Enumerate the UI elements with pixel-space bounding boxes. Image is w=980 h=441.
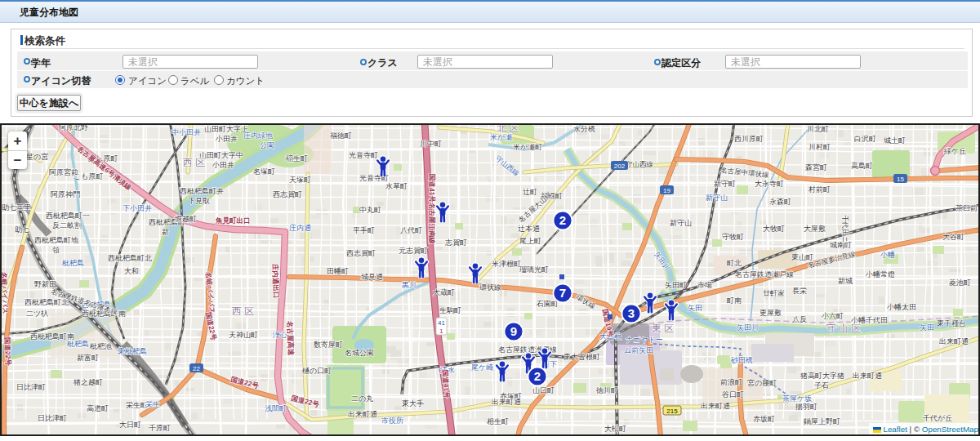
svg-text:こも原町: こも原町 [74, 172, 103, 180]
svg-text:天神山町: 天神山町 [229, 331, 258, 339]
svg-text:ナゴヤドー: ナゴヤドー [626, 336, 663, 344]
svg-text:小田井: 小田井 [212, 161, 234, 169]
svg-text:小六町: 小六町 [821, 312, 844, 320]
svg-text:稲生町: 稲生町 [286, 154, 308, 163]
svg-text:大永寺町: 大永寺町 [755, 180, 784, 188]
svg-text:22: 22 [193, 365, 200, 372]
svg-text:川北町: 川北町 [807, 125, 829, 133]
svg-text:中丸町: 中丸町 [359, 206, 381, 214]
svg-text:庄内通出口: 庄内通出口 [271, 263, 281, 299]
svg-text:猪高町大字猪: 猪高町大字猪 [800, 372, 844, 380]
svg-text:下小田井: 下小田井 [122, 204, 152, 212]
svg-text:1: 1 [439, 327, 443, 335]
svg-text:数寄屋町: 数寄屋町 [314, 341, 343, 349]
svg-text:東大曽根町: 東大曽根町 [564, 353, 600, 361]
svg-text:大蔵町: 大蔵町 [433, 288, 455, 296]
svg-text:谷口町: 谷口町 [722, 390, 744, 399]
svg-text:守牧町: 守牧町 [722, 233, 744, 241]
svg-text:尾ケ崎: 尾ケ崎 [471, 363, 493, 372]
svg-text:ム前矢田: ム前矢田 [624, 346, 653, 354]
svg-text:米が瀬: 米が瀬 [490, 133, 512, 141]
svg-text:水分橋: 水分橋 [573, 125, 595, 133]
svg-text:八反: 八反 [792, 315, 807, 323]
svg-text:西志賀町: 西志賀町 [346, 249, 376, 257]
svg-text:202: 202 [614, 163, 626, 170]
svg-text:元志賀町: 元志賀町 [399, 247, 428, 255]
svg-text:子石: 子石 [814, 381, 829, 390]
svg-text:新守町: 新守町 [714, 180, 736, 188]
svg-text:領: 領 [52, 246, 60, 254]
svg-text:小田井: 小田井 [215, 135, 238, 143]
svg-text:名古屋鉄道瀬戸線: 名古屋鉄道瀬戸線 [735, 270, 794, 278]
svg-text:千代田ニユ: 千代田ニユ [841, 215, 849, 250]
svg-text:国道41号名古屋江南線: 国道41号名古屋江南線 [428, 174, 436, 244]
svg-text:高島町: 高島町 [851, 162, 873, 170]
svg-text:2: 2 [534, 369, 541, 383]
svg-text:水草町: 水草町 [385, 182, 408, 190]
svg-text:西枇杷島町井: 西枇杷島町井 [180, 187, 224, 195]
svg-text:出来町通: 出来町通 [701, 402, 730, 410]
svg-text:長栄: 長栄 [792, 287, 807, 295]
svg-text:西枇杷島町北: 西枇杷島町北 [108, 254, 152, 262]
svg-text:西区: 西区 [232, 305, 256, 317]
svg-text:赤坂町: 赤坂町 [753, 415, 775, 423]
svg-text:新守山: 新守山 [670, 219, 692, 227]
svg-text:矢田町: 矢田町 [665, 281, 687, 289]
svg-text:大日町: 大日町 [119, 421, 141, 429]
svg-text:山口町: 山口町 [532, 386, 555, 394]
svg-text:永森町: 永森町 [769, 198, 791, 206]
svg-text:西枇杷島町北: 西枇杷島町北 [24, 298, 69, 306]
svg-text:助七英里: 助七英里 [2, 203, 31, 212]
svg-text:光音寺町: 光音寺町 [349, 151, 378, 159]
svg-text:更屋敷: 更屋敷 [760, 309, 782, 317]
svg-text:城見通: 城見通 [360, 273, 383, 281]
svg-text:庄内通: 庄内通 [289, 224, 311, 232]
svg-text:阿原北野: 阿原北野 [59, 125, 88, 131]
svg-text:新城: 新城 [838, 277, 853, 285]
svg-text:茶臼前: 茶臼前 [956, 204, 978, 212]
svg-text:瑠璃光町: 瑠璃光町 [519, 265, 549, 274]
svg-text:東大手: 東大手 [402, 399, 424, 408]
svg-text:魚見町出口: 魚見町出口 [215, 216, 251, 225]
svg-text:鍋屋上野町: 鍋屋上野町 [803, 417, 840, 425]
svg-text:浄心: 浄心 [273, 331, 287, 339]
svg-text:石園町: 石園町 [536, 300, 559, 308]
svg-text:千原町: 千原町 [149, 424, 171, 432]
svg-text:大谷町: 大谷町 [942, 233, 964, 241]
svg-text:西川原町: 西川原町 [734, 135, 764, 143]
svg-text:守山区: 守山区 [826, 323, 863, 334]
svg-text:高道町: 高道町 [87, 404, 109, 412]
svg-text:廿軒家: 廿軒家 [763, 289, 785, 297]
svg-text:反二畝割: 反二畝割 [52, 221, 82, 229]
svg-text:米が瀬町: 米が瀬町 [513, 143, 542, 151]
svg-text:7: 7 [559, 286, 566, 300]
svg-text:川中町: 川中町 [420, 140, 442, 148]
svg-text:黒川: 黒川 [402, 281, 416, 289]
svg-text:前浪町: 前浪町 [720, 378, 742, 386]
svg-text:北区: 北区 [497, 125, 521, 134]
svg-text:枇杷島: 枇杷島 [66, 340, 89, 348]
svg-text:緑ケ丘: 緑ケ丘 [943, 147, 966, 155]
svg-text:大松町: 大松町 [604, 425, 626, 433]
svg-text:茶屋ケ坂: 茶屋ケ坂 [782, 394, 812, 403]
svg-text:日比津町: 日比津町 [38, 414, 67, 422]
svg-text:米津根町: 米津根町 [492, 260, 521, 268]
svg-text:千代が丘: 千代が丘 [923, 414, 952, 422]
svg-text:守山西線: 守山西線 [626, 160, 653, 168]
svg-text:西区: 西区 [183, 157, 207, 168]
svg-text:平手町: 平手町 [353, 226, 375, 234]
svg-text:枇杷池: 枇杷池 [89, 342, 112, 350]
svg-text:山田町大字上: 山田町大字上 [204, 125, 248, 133]
svg-text:矢田: 矢田 [688, 304, 702, 312]
svg-text:西枇杷島町地: 西枇杷島町地 [34, 236, 78, 244]
svg-text:天塚町: 天塚町 [289, 176, 311, 184]
svg-text:辻町: 辻町 [523, 188, 537, 196]
svg-text:西枇杷島町一: 西枇杷島町一 [46, 212, 90, 220]
svg-text:出来町通: 出来町通 [853, 372, 882, 380]
svg-text:揚羽町: 揚羽町 [795, 403, 817, 411]
svg-text:栄生町: 栄生町 [126, 401, 148, 409]
svg-text:国道22号: 国道22号 [3, 337, 12, 367]
svg-text:矢田: 矢田 [920, 323, 934, 332]
svg-text:名城公園: 名城公園 [345, 349, 374, 357]
svg-text:宮の腰町: 宮の腰町 [747, 379, 777, 387]
